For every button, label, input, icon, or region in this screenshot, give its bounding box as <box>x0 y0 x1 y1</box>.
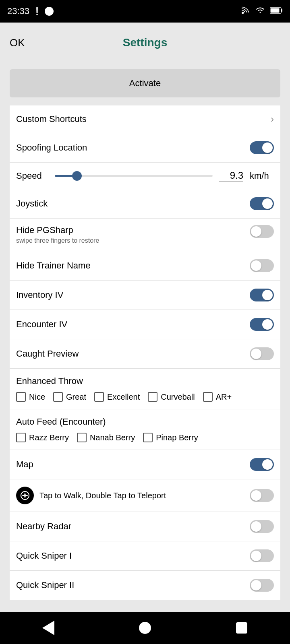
quick-sniper-ii-label: Quick Sniper II <box>16 580 74 590</box>
toggle-thumb <box>262 459 273 470</box>
circle-icon <box>45 7 54 16</box>
back-icon <box>42 621 54 635</box>
checkbox-curveball[interactable]: Curveball <box>148 392 195 402</box>
nearby-radar-label: Nearby Radar <box>16 521 71 532</box>
checkbox-box-excellent <box>94 392 104 402</box>
status-bar: 23:33 ❕ <box>0 0 290 23</box>
nearby-radar-row: Nearby Radar <box>10 512 280 541</box>
checkbox-box-ar-plus <box>203 392 213 402</box>
caught-preview-toggle[interactable] <box>250 347 274 360</box>
spoofing-location-toggle[interactable] <box>250 141 274 154</box>
encounter-iv-toggle[interactable] <box>250 318 274 331</box>
encounter-iv-label: Encounter IV <box>16 319 67 330</box>
page-title: Settings <box>123 36 167 49</box>
checkbox-label-razz: Razz Berry <box>29 433 69 442</box>
hide-pgsharp-row: Hide PGSharp swipe three fingers to rest… <box>10 219 280 251</box>
checkbox-box-great <box>53 392 63 402</box>
chevron-right-icon: › <box>271 114 274 125</box>
nav-bar <box>0 612 290 644</box>
toggle-thumb <box>262 319 273 330</box>
notification-icon: ❕ <box>33 7 41 16</box>
speed-slider[interactable] <box>55 175 213 177</box>
checkbox-label-nanab: Nanab Berry <box>90 433 135 442</box>
toggle-thumb <box>251 551 261 561</box>
toggle-thumb <box>251 521 261 532</box>
back-button[interactable] <box>36 616 60 640</box>
checkbox-label-curveball: Curveball <box>161 392 195 402</box>
checkbox-pinap-berry[interactable]: Pinap Berry <box>143 433 198 442</box>
auto-feed-checkboxes: Razz Berry Nanab Berry Pinap Berry <box>16 433 274 446</box>
enhanced-throw-checkboxes: Nice Great Excellent Curveball AR+ <box>16 392 274 405</box>
header: OK Settings <box>0 23 290 63</box>
inventory-iv-toggle[interactable] <box>250 289 274 301</box>
hide-pgsharp-sublabel: swipe three fingers to restore <box>16 237 99 244</box>
svg-rect-3 <box>281 9 282 12</box>
toggle-thumb <box>251 226 261 237</box>
checkbox-box-curveball <box>148 392 157 402</box>
nearby-radar-toggle[interactable] <box>250 520 274 533</box>
settings-list: Custom Shortcuts › Spoofing Location Spe… <box>10 105 280 600</box>
joystick-label: Joystick <box>16 198 48 209</box>
tap-to-walk-toggle[interactable] <box>250 489 274 502</box>
toggle-thumb <box>251 490 261 501</box>
quick-sniper-ii-toggle[interactable] <box>250 579 274 592</box>
caught-preview-label: Caught Preview <box>16 349 79 359</box>
speed-label: Speed <box>16 171 48 181</box>
cast-icon <box>241 5 251 17</box>
hide-trainer-name-toggle[interactable] <box>250 259 274 272</box>
quick-sniper-ii-row: Quick Sniper II <box>10 571 280 600</box>
home-icon <box>139 622 151 634</box>
checkbox-label-excellent: Excellent <box>107 392 140 402</box>
toggle-thumb <box>262 198 273 209</box>
checkbox-ar-plus[interactable]: AR+ <box>203 392 232 402</box>
speed-slider-thumb <box>72 171 82 181</box>
quick-sniper-i-label: Quick Sniper I <box>16 551 72 561</box>
tap-to-walk-row: Tap to Walk, Double Tap to Teleport <box>10 479 280 512</box>
joystick-row: Joystick <box>10 189 280 219</box>
checkbox-nice[interactable]: Nice <box>16 392 45 402</box>
speed-unit: km/h <box>250 171 274 181</box>
speed-value[interactable]: 9.3 <box>219 170 243 182</box>
tap-to-walk-label: Tap to Walk, Double Tap to Teleport <box>39 491 244 500</box>
toggle-thumb <box>251 260 261 271</box>
custom-shortcuts-row[interactable]: Custom Shortcuts › <box>10 105 280 133</box>
status-time: 23:33 <box>7 6 29 17</box>
checkbox-excellent[interactable]: Excellent <box>94 392 140 402</box>
map-label: Map <box>16 459 33 470</box>
checkbox-great[interactable]: Great <box>53 392 86 402</box>
checkbox-box-nanab <box>77 433 87 442</box>
speed-row: Speed 9.3 km/h <box>10 163 280 189</box>
hide-pgsharp-toggle[interactable] <box>250 225 274 238</box>
tap-walk-icon <box>16 487 34 504</box>
hide-trainer-name-row: Hide Trainer Name <box>10 251 280 281</box>
spoofing-location-row: Spoofing Location <box>10 133 280 163</box>
checkbox-label-pinap: Pinap Berry <box>156 433 198 442</box>
enhanced-throw-row: Enhanced Throw Nice Great Excellent Curv… <box>10 369 280 409</box>
inventory-iv-row: Inventory IV <box>10 281 280 310</box>
checkbox-razz-berry[interactable]: Razz Berry <box>16 433 69 442</box>
map-row: Map <box>10 450 280 479</box>
spoofing-location-label: Spoofing Location <box>16 142 87 153</box>
toggle-thumb <box>262 290 273 300</box>
checkbox-box-razz <box>16 433 26 442</box>
joystick-toggle[interactable] <box>250 197 274 210</box>
ok-button[interactable]: OK <box>10 37 25 49</box>
recents-button[interactable] <box>230 616 254 640</box>
quick-sniper-i-toggle[interactable] <box>250 549 274 562</box>
svg-rect-2 <box>271 8 280 13</box>
toggle-thumb <box>262 142 273 153</box>
auto-feed-label: Auto Feed (Encounter) <box>16 417 274 427</box>
toggle-thumb <box>251 349 261 359</box>
caught-preview-row: Caught Preview <box>10 339 280 369</box>
checkbox-label-ar-plus: AR+ <box>216 392 232 402</box>
hide-trainer-name-label: Hide Trainer Name <box>16 260 91 271</box>
svg-rect-0 <box>242 12 244 14</box>
checkbox-label-nice: Nice <box>29 392 45 402</box>
auto-feed-row: Auto Feed (Encounter) Razz Berry Nanab B… <box>10 409 280 450</box>
checkbox-nanab-berry[interactable]: Nanab Berry <box>77 433 135 442</box>
map-toggle[interactable] <box>250 458 274 471</box>
home-button[interactable] <box>133 616 157 640</box>
checkbox-box-pinap <box>143 433 153 442</box>
activate-button[interactable]: Activate <box>10 69 280 97</box>
custom-shortcuts-label: Custom Shortcuts <box>16 114 87 124</box>
